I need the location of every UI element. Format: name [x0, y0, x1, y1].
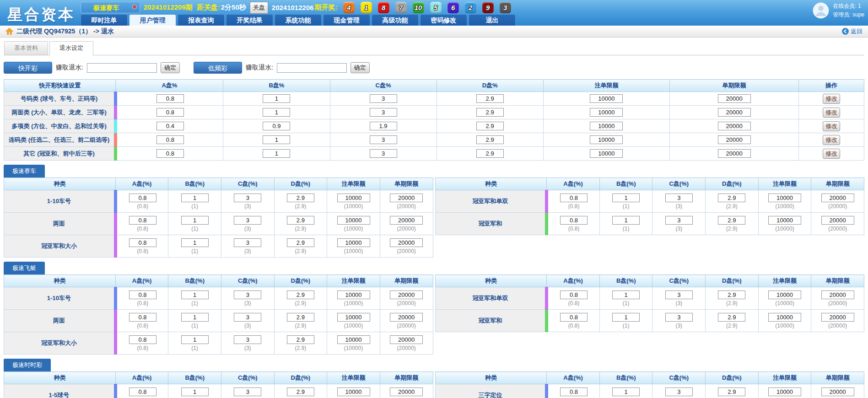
back-button[interactable]: 返回 — [842, 27, 863, 36]
rate-input[interactable] — [718, 216, 745, 225]
rate-input[interactable] — [390, 216, 423, 225]
nav-item[interactable]: 开奖结果 — [226, 14, 273, 26]
fast-confirm-button[interactable]: 确定 — [161, 62, 180, 73]
rate-input[interactable] — [181, 290, 209, 299]
rate-input[interactable] — [665, 216, 693, 225]
rate-input[interactable] — [590, 108, 623, 117]
rate-input[interactable] — [612, 313, 640, 322]
rate-input[interactable] — [590, 149, 623, 158]
rate-input[interactable] — [129, 216, 156, 225]
rate-input[interactable] — [476, 135, 504, 144]
section-title[interactable]: 极速飞艇 — [4, 262, 45, 274]
rate-input[interactable] — [768, 216, 801, 225]
rate-input[interactable] — [337, 216, 370, 225]
rate-input[interactable] — [287, 290, 314, 299]
rate-input[interactable] — [821, 290, 854, 299]
rate-input[interactable] — [263, 135, 290, 144]
rate-input[interactable] — [337, 238, 370, 247]
rate-input[interactable] — [156, 122, 184, 130]
fast-lottery-button[interactable]: 快开彩 — [4, 62, 52, 74]
rate-input[interactable] — [718, 194, 745, 202]
rate-input[interactable] — [718, 313, 745, 322]
rate-input[interactable] — [337, 290, 370, 299]
rate-input[interactable] — [612, 216, 640, 225]
rate-input[interactable] — [181, 194, 209, 202]
rate-input[interactable] — [337, 387, 370, 396]
rate-input[interactable] — [665, 194, 693, 202]
rate-input[interactable] — [156, 149, 184, 158]
modify-button[interactable]: 修改 — [823, 121, 840, 131]
rate-input[interactable] — [370, 122, 397, 130]
rate-input[interactable] — [560, 216, 588, 225]
rate-input[interactable] — [370, 108, 397, 117]
rate-input[interactable] — [234, 238, 261, 247]
rate-input[interactable] — [181, 216, 209, 225]
rate-input[interactable] — [665, 290, 693, 299]
nav-item[interactable]: 用户管理 — [129, 14, 176, 26]
rate-input[interactable] — [476, 122, 504, 130]
rate-input[interactable] — [337, 194, 370, 202]
modify-button[interactable]: 修改 — [823, 149, 840, 159]
nav-item[interactable]: 现金管理 — [323, 14, 370, 26]
rate-input[interactable] — [390, 238, 423, 247]
low-rebate-input[interactable] — [277, 63, 347, 73]
rate-input[interactable] — [181, 387, 209, 396]
rate-input[interactable] — [156, 135, 184, 144]
rate-input[interactable] — [156, 108, 184, 117]
home-icon[interactable] — [5, 28, 13, 35]
nav-item[interactable]: 即时注单 — [81, 14, 128, 26]
rate-input[interactable] — [821, 194, 854, 202]
rate-input[interactable] — [287, 216, 314, 225]
fast-rebate-input[interactable] — [87, 63, 157, 73]
rate-input[interactable] — [263, 94, 290, 103]
rate-input[interactable] — [665, 313, 693, 322]
rate-input[interactable] — [612, 387, 640, 396]
rate-input[interactable] — [129, 387, 156, 396]
rate-input[interactable] — [718, 149, 751, 158]
rate-input[interactable] — [718, 290, 745, 299]
rate-input[interactable] — [560, 387, 588, 396]
rate-input[interactable] — [337, 335, 370, 344]
modify-button[interactable]: 修改 — [823, 108, 840, 118]
rate-input[interactable] — [234, 290, 261, 299]
nav-item[interactable]: 高级功能 — [372, 14, 419, 26]
rate-input[interactable] — [560, 194, 588, 202]
rate-input[interactable] — [560, 313, 588, 322]
rate-input[interactable] — [821, 313, 854, 322]
rate-input[interactable] — [612, 290, 640, 299]
nav-item[interactable]: 退出 — [469, 14, 516, 26]
rate-input[interactable] — [129, 335, 156, 344]
rate-input[interactable] — [768, 387, 801, 396]
rate-input[interactable] — [665, 387, 693, 396]
rate-input[interactable] — [370, 94, 397, 103]
rate-input[interactable] — [234, 194, 261, 202]
rate-input[interactable] — [234, 335, 261, 344]
rate-input[interactable] — [718, 135, 751, 144]
tab-basic-info[interactable]: 基本资料 — [4, 41, 48, 55]
rate-input[interactable] — [718, 122, 751, 130]
rate-input[interactable] — [287, 194, 314, 202]
rate-input[interactable] — [234, 216, 261, 225]
rate-input[interactable] — [560, 290, 588, 299]
rate-input[interactable] — [476, 149, 504, 158]
rate-input[interactable] — [287, 335, 314, 344]
section-title[interactable]: 极速时时彩 — [4, 359, 51, 371]
rate-input[interactable] — [129, 313, 156, 322]
rate-input[interactable] — [370, 135, 397, 144]
rate-input[interactable] — [181, 313, 209, 322]
game-selector[interactable]: 极速赛车 — [81, 2, 140, 13]
section-title[interactable]: 极速赛车 — [4, 165, 45, 177]
rate-input[interactable] — [156, 94, 184, 103]
rate-input[interactable] — [129, 194, 156, 202]
rate-input[interactable] — [390, 290, 423, 299]
rate-input[interactable] — [718, 387, 745, 396]
rate-input[interactable] — [768, 194, 801, 202]
rate-input[interactable] — [768, 313, 801, 322]
rate-input[interactable] — [181, 335, 209, 344]
nav-item[interactable]: 密码修改 — [420, 14, 467, 26]
nav-item[interactable]: 系统功能 — [275, 14, 322, 26]
rate-input[interactable] — [390, 194, 423, 202]
nav-item[interactable]: 报表查询 — [178, 14, 225, 26]
rate-input[interactable] — [718, 94, 751, 103]
tab-rebate-settings[interactable]: 退水设定 — [49, 41, 93, 55]
